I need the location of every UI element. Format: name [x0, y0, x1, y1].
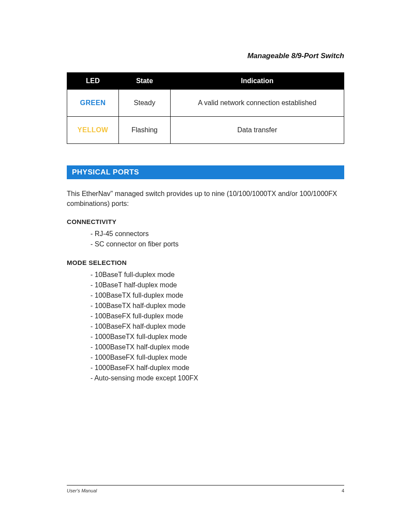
th-indication: Indication	[171, 73, 344, 90]
list-item: SC connector on fiber ports	[90, 239, 344, 249]
list-item: 1000BaseTX half-duplex mode	[90, 342, 344, 352]
list-item: 1000BaseTX full-duplex mode	[90, 332, 344, 342]
table-header-row: LED State Indication	[67, 73, 344, 90]
list-item: Auto-sensing mode except 100FX	[90, 373, 344, 383]
section-heading-physical-ports: PHYSICAL PORTS	[67, 165, 344, 179]
cell-state: Steady	[119, 90, 171, 117]
page-footer: User's Manual 4	[67, 485, 344, 493]
cell-indication: A valid network connection established	[171, 90, 344, 117]
mode-list: 10BaseT full-duplex mode 10BaseT half-du…	[90, 270, 344, 383]
document-title: Manageable 8/9-Port Switch	[67, 52, 344, 60]
connectivity-list: RJ-45 connectors SC connector on fiber p…	[90, 229, 344, 249]
footer-page-number: 4	[342, 488, 344, 493]
table-row: GREEN Steady A valid network connection …	[67, 90, 344, 117]
list-item: 1000BaseFX full-duplex mode	[90, 352, 344, 363]
list-item: 10BaseT half-duplex mode	[90, 280, 344, 290]
th-state: State	[119, 73, 171, 90]
led-table: LED State Indication GREEN Steady A vali…	[67, 72, 344, 144]
led-label-green: GREEN	[80, 99, 106, 106]
list-item: 100BaseFX half-duplex mode	[90, 321, 344, 332]
list-item: 100BaseTX half-duplex mode	[90, 301, 344, 311]
cell-state: Flashing	[119, 117, 171, 144]
page: Manageable 8/9-Port Switch LED State Ind…	[0, 0, 411, 532]
footer-left: User's Manual	[67, 488, 97, 493]
table-row: YELLOW Flashing Data transfer	[67, 117, 344, 144]
led-label-yellow: YELLOW	[78, 126, 108, 134]
list-item: 10BaseT full-duplex mode	[90, 270, 344, 280]
subheading-mode-selection: MODE SELECTION	[67, 259, 344, 266]
cell-indication: Data transfer	[171, 117, 344, 144]
list-item: 1000BaseFX half-duplex mode	[90, 363, 344, 373]
subheading-connectivity: CONNECTIVITY	[67, 218, 344, 225]
list-item: RJ-45 connectors	[90, 229, 344, 239]
list-item: 100BaseTX full-duplex mode	[90, 290, 344, 301]
list-item: 100BaseFX full-duplex mode	[90, 311, 344, 321]
th-led: LED	[67, 73, 119, 90]
section-intro: This EtherNav" managed switch provides u…	[67, 189, 344, 208]
